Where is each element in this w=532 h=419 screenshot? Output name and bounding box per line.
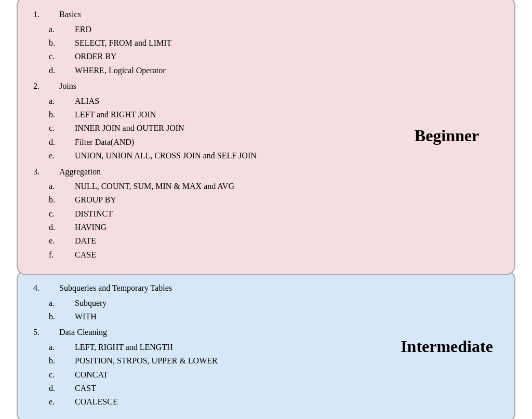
sub-letter: a. [33, 23, 75, 36]
list-item: c. INNER JOIN and OUTER JOIN [33, 121, 395, 135]
list-item: c. DISTINCT [33, 207, 395, 221]
section-number: 1. [33, 8, 59, 21]
list-item: b. LEFT and RIGHT JOIN [33, 108, 395, 121]
sub-list: a. ERD b. SELECT, FROM and LIMIT c. ORDE… [33, 23, 395, 78]
sub-list: a. Subquery b. WITH [33, 296, 395, 324]
list-item: e. UNION, UNION ALL, CROSS JOIN and SELF… [33, 149, 395, 163]
section-number: 2. [33, 79, 59, 93]
sub-letter: c. [33, 50, 75, 63]
sub-text: SELECT, FROM and LIMIT [75, 36, 171, 50]
sub-letter: a. [33, 296, 75, 310]
sub-text: Subquery [75, 296, 107, 310]
intermediate-content: 4. Subqueries and Temporary Tables a. Su… [33, 281, 395, 411]
intermediate-section: 4. Subqueries and Temporary Tables a. Su… [17, 270, 515, 419]
sub-letter: b. [33, 354, 75, 368]
list-item: d. HAVING [33, 221, 395, 234]
sub-letter: d. [33, 136, 75, 149]
sub-text: WITH [75, 310, 97, 323]
sub-list: a. LEFT, RIGHT and LENGTH b. POSITION, S… [33, 341, 395, 409]
beginner-section: 1. Basics a. ERD b. SELECT, FROM and LIM… [17, 0, 515, 275]
list-item: 3. Aggregation a. NULL, COUNT, SUM, MIN … [33, 165, 395, 262]
sub-letter: b. [33, 108, 75, 121]
sub-text: DATE [75, 234, 96, 248]
sub-text: COALESCE [75, 395, 118, 409]
section-title: Data Cleaning [59, 326, 107, 339]
list-item: d. WHERE, Logical Operator [33, 64, 395, 77]
list-item: d. CAST [33, 382, 395, 395]
sub-list: a. ALIAS b. LEFT and RIGHT JOIN c. INNER… [33, 94, 395, 163]
beginner-label: Beginner [395, 126, 499, 145]
sub-text: GROUP BY [75, 193, 116, 207]
list-item: a. Subquery [33, 296, 395, 310]
sub-text: NULL, COUNT, SUM, MIN & MAX and AVG [75, 180, 234, 193]
section-title: Joins [59, 79, 76, 93]
beginner-list: 1. Basics a. ERD b. SELECT, FROM and LIM… [33, 8, 395, 262]
sub-text: UNION, UNION ALL, CROSS JOIN and SELF JO… [75, 149, 257, 163]
list-item: a. ERD [33, 23, 395, 36]
list-item: e. COALESCE [33, 395, 395, 409]
sub-letter: e. [33, 234, 75, 248]
sub-text: WHERE, Logical Operator [75, 64, 166, 77]
intermediate-label: Intermediate [395, 337, 499, 356]
sub-text: CASE [75, 248, 96, 262]
sub-text: HAVING [75, 221, 107, 234]
section-number: 3. [33, 165, 59, 179]
sub-letter: b. [33, 36, 75, 50]
sub-text: Filter Data(AND) [75, 136, 134, 149]
list-item: 1. Basics a. ERD b. SELECT, FROM and LIM… [33, 8, 395, 77]
sub-letter: c. [33, 121, 75, 135]
sub-letter: d. [33, 64, 75, 77]
sub-text: INNER JOIN and OUTER JOIN [75, 121, 184, 135]
main-container: 1. Basics a. ERD b. SELECT, FROM and LIM… [17, 0, 515, 419]
section-title: Aggregation [59, 165, 101, 179]
sub-letter: e. [33, 395, 75, 409]
list-item: d. Filter Data(AND) [33, 136, 395, 149]
sub-text: ORDER BY [75, 50, 116, 63]
sub-letter: f. [33, 248, 75, 262]
sub-text: CAST [75, 382, 96, 395]
list-item: 5. Data Cleaning a. LEFT, RIGHT and LENG… [33, 326, 395, 409]
list-item: a. NULL, COUNT, SUM, MIN & MAX and AVG [33, 180, 395, 193]
list-item: c. CONCAT [33, 368, 395, 382]
sub-letter: b. [33, 193, 75, 207]
sub-letter: a. [33, 180, 75, 193]
list-item: a. LEFT, RIGHT and LENGTH [33, 341, 395, 354]
list-item: b. WITH [33, 310, 395, 323]
list-item: b. SELECT, FROM and LIMIT [33, 36, 395, 50]
list-item: a. ALIAS [33, 94, 395, 108]
beginner-content: 1. Basics a. ERD b. SELECT, FROM and LIM… [33, 8, 395, 264]
sub-text: LEFT, RIGHT and LENGTH [75, 341, 173, 354]
sub-text: POSITION, STRPOS, UPPER & LOWER [75, 354, 218, 368]
sub-letter: d. [33, 382, 75, 395]
intermediate-list: 4. Subqueries and Temporary Tables a. Su… [33, 281, 395, 409]
list-item: b. GROUP BY [33, 193, 395, 207]
section-number: 5. [33, 326, 59, 339]
sub-text: DISTINCT [75, 207, 113, 221]
sub-text: CONCAT [75, 368, 108, 382]
section-title: Subqueries and Temporary Tables [59, 281, 172, 295]
list-item: f. CASE [33, 248, 395, 262]
sub-letter: a. [33, 94, 75, 108]
sub-list: a. NULL, COUNT, SUM, MIN & MAX and AVG b… [33, 180, 395, 262]
list-item: e. DATE [33, 234, 395, 248]
sub-text: ALIAS [75, 94, 99, 108]
sub-letter: c. [33, 207, 75, 221]
sub-letter: d. [33, 221, 75, 234]
list-item: 2. Joins a. ALIAS b. LEFT and RIGHT JOIN [33, 79, 395, 163]
list-item: c. ORDER BY [33, 50, 395, 63]
list-item: 4. Subqueries and Temporary Tables a. Su… [33, 281, 395, 323]
sub-letter: a. [33, 341, 75, 354]
section-title: Basics [59, 8, 81, 21]
sub-letter: e. [33, 149, 75, 163]
list-item: b. POSITION, STRPOS, UPPER & LOWER [33, 354, 395, 368]
sub-text: ERD [75, 23, 91, 36]
sub-letter: c. [33, 368, 75, 382]
section-number: 4. [33, 281, 59, 295]
sub-text: LEFT and RIGHT JOIN [75, 108, 156, 121]
sub-letter: b. [33, 310, 75, 323]
